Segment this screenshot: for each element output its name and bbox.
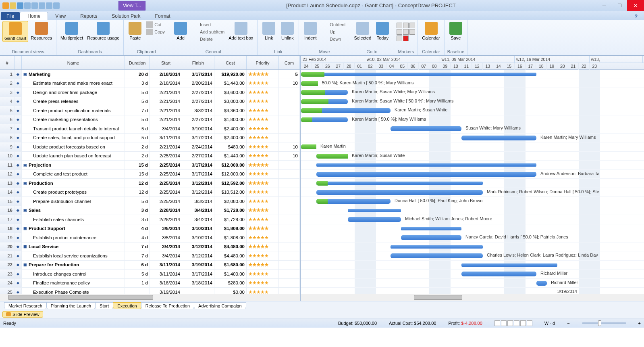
outline-toggle-icon[interactable]: ▣ — [23, 263, 27, 267]
gantt-row[interactable] — [301, 242, 644, 252]
help-icon[interactable]: ? — [632, 13, 640, 20]
add-subitem-button[interactable]: Add subitem — [190, 28, 226, 36]
gantt-row[interactable]: Karen Martin; Mary Williams — [301, 134, 644, 143]
task-row[interactable]: 12◆Complete and test product15 d2/25/201… — [0, 170, 300, 179]
qat-open-icon[interactable] — [10, 2, 16, 9]
gantt-row[interactable] — [301, 70, 644, 79]
col-priority[interactable]: Priority — [247, 56, 279, 69]
gantt-bar[interactable] — [316, 172, 536, 177]
gantt-row[interactable]: Karen Martin; Susan White [ 50.0 %]; Mar… — [301, 97, 644, 107]
gantt-bar[interactable] — [301, 73, 536, 76]
task-row[interactable]: 24◆Finalize maintenance policy1 d3/18/20… — [0, 279, 300, 288]
task-row[interactable]: 4◆Create press releases5 d2/21/20142/27/… — [0, 97, 300, 107]
task-row[interactable]: 21◆Establish local service organizations… — [0, 251, 300, 261]
gantt-row[interactable] — [301, 179, 644, 188]
task-row[interactable]: 22◆▣Prepare for Production6 d3/11/20143/… — [0, 261, 300, 270]
insert-button[interactable]: Insert — [190, 21, 226, 28]
up-button[interactable]: Up — [320, 28, 347, 36]
task-row[interactable]: 11◆▣Projection15 d2/25/20143/17/2014$12,… — [0, 161, 300, 170]
gantt-bar[interactable] — [348, 209, 401, 212]
gantt-row[interactable]: Karen Martin; Susan White; Mary Williams — [301, 88, 644, 97]
qat-print-icon[interactable] — [46, 2, 52, 9]
zoom-out-icon[interactable]: − — [567, 321, 569, 326]
outline-toggle-icon[interactable]: ▣ — [23, 181, 27, 185]
view-tab[interactable]: View — [48, 12, 73, 20]
col-cost[interactable]: Cost — [214, 56, 247, 69]
gantt-row[interactable]: Nancy Garcia; David Harris [ 50.0 %]; Pa… — [301, 233, 644, 242]
sheet-tab[interactable]: Release To Production — [141, 302, 194, 309]
link-button[interactable]: Link — [260, 21, 278, 41]
col-indicator[interactable] — [15, 56, 22, 69]
sheet-tab[interactable]: Planning the Launch — [46, 302, 96, 309]
col-finish[interactable]: Finish — [182, 56, 214, 69]
sheet-tab[interactable]: Market Research — [4, 302, 47, 309]
multiproject-button[interactable]: Multiproject — [59, 21, 85, 41]
file-tab[interactable]: File — [1, 12, 20, 20]
zoom-slider[interactable] — [582, 322, 626, 324]
zoom-in-icon[interactable]: + — [638, 321, 641, 326]
copy-button[interactable]: Copy — [145, 28, 166, 36]
outline-toggle-icon[interactable]: ▣ — [23, 226, 27, 230]
grid-hscroll[interactable] — [0, 294, 300, 301]
gantt-bar[interactable] — [536, 281, 547, 286]
outline-toggle-icon[interactable]: ▣ — [23, 245, 27, 249]
gantt-bar[interactable] — [401, 227, 461, 230]
task-row[interactable]: 15◆Prepare distribution channel5 d2/25/2… — [0, 197, 300, 206]
gantt-row[interactable]: Richard Miller — [301, 270, 644, 279]
gantt-bar[interactable] — [391, 245, 483, 249]
unlink-button[interactable]: Unlink — [278, 21, 296, 41]
task-row[interactable]: 8◆Create sales, local, and product suppo… — [0, 134, 300, 143]
status-view-icons[interactable] — [494, 320, 532, 326]
maximize-button[interactable]: ☐ — [612, 0, 627, 11]
task-row[interactable]: 6◆Create marketing presentations5 d2/21/… — [0, 115, 300, 125]
gantt-bar[interactable] — [316, 163, 536, 167]
home-tab[interactable]: Home — [20, 12, 48, 20]
gantt-row[interactable] — [301, 206, 644, 215]
gantt-bar[interactable] — [348, 217, 401, 222]
selected-button[interactable]: Selected — [353, 21, 373, 41]
sheet-tab[interactable]: Start — [95, 302, 113, 309]
close-button[interactable]: ✕ — [627, 0, 644, 11]
qat-undo-icon[interactable] — [24, 2, 31, 9]
gantt-hscroll[interactable] — [301, 294, 644, 301]
task-row[interactable]: 18◆▣Product Support4 d3/5/20143/10/2014$… — [0, 224, 300, 234]
reports-tab[interactable]: Reports — [73, 12, 104, 20]
task-row[interactable]: 1◆▣Marketing20 d2/18/20143/17/2014$19,92… — [0, 70, 300, 79]
gantt-bar[interactable] — [401, 235, 461, 240]
resource-usage-button[interactable]: Resource usage — [85, 21, 121, 41]
task-row[interactable]: 19◆Establish product maintenance4 d3/5/2… — [0, 233, 300, 242]
calendar-button[interactable]: Calendar — [420, 21, 442, 41]
task-row[interactable]: 25◆Execution Phase Complete3/19/2014$0.0… — [0, 288, 300, 294]
gantt-chart-button[interactable]: Gantt chart — [2, 21, 28, 42]
gantt-row[interactable]: Andrew Anderson; Barbara Ta — [301, 170, 644, 179]
gantt-bar[interactable] — [316, 190, 483, 195]
indent-button[interactable]: Indent — [301, 21, 319, 41]
outline-toggle-icon[interactable]: ▣ — [23, 72, 27, 76]
gantt-row[interactable]: Karen Martin [ 50.0 %]; Mary Williams — [301, 115, 644, 125]
gantt-bar[interactable] — [461, 263, 557, 267]
outline-toggle-icon[interactable]: ▣ — [23, 163, 27, 167]
col-start[interactable]: Start — [150, 56, 182, 69]
slide-preview-button[interactable]: Slide Preview — [2, 311, 43, 318]
col-duration[interactable]: Duration — [125, 56, 150, 69]
col-number[interactable]: # — [0, 56, 15, 69]
delete-button[interactable]: Delete — [190, 36, 226, 43]
gantt-row[interactable]: Karen Martin; Susan White — [301, 106, 644, 115]
today-button[interactable]: Today — [374, 21, 391, 41]
gantt-row[interactable]: Charles Lewis; Helen Clark; Laura Rodrig… — [301, 251, 644, 261]
task-row[interactable]: 13◆▣Production12 d2/25/20143/12/2014$12,… — [0, 179, 300, 188]
down-button[interactable]: Down — [320, 36, 347, 43]
gantt-row[interactable]: Mark Robinson; Robert Wilson; Donna Hall… — [301, 188, 644, 197]
task-row[interactable]: 3◆Design and order final package5 d2/21/… — [0, 88, 300, 97]
qat-redo-icon[interactable] — [31, 2, 38, 9]
gantt-row[interactable]: Donna Hall [ 50.0 %]; Paul King; John Br… — [301, 197, 644, 206]
gantt-bar[interactable] — [461, 272, 536, 276]
format-tab[interactable]: Format — [148, 12, 178, 20]
gantt-bar[interactable] — [316, 182, 483, 185]
task-row[interactable]: 10◆Update launch plan based on forecast2… — [0, 152, 300, 161]
solution-park-tab[interactable]: Solution Park — [104, 12, 147, 20]
col-complete[interactable]: Com — [279, 56, 300, 69]
sheet-tab[interactable]: Advertising Campaign — [194, 302, 246, 309]
resources-button[interactable]: Resources — [29, 21, 54, 41]
add-button[interactable]: Add — [172, 21, 189, 41]
